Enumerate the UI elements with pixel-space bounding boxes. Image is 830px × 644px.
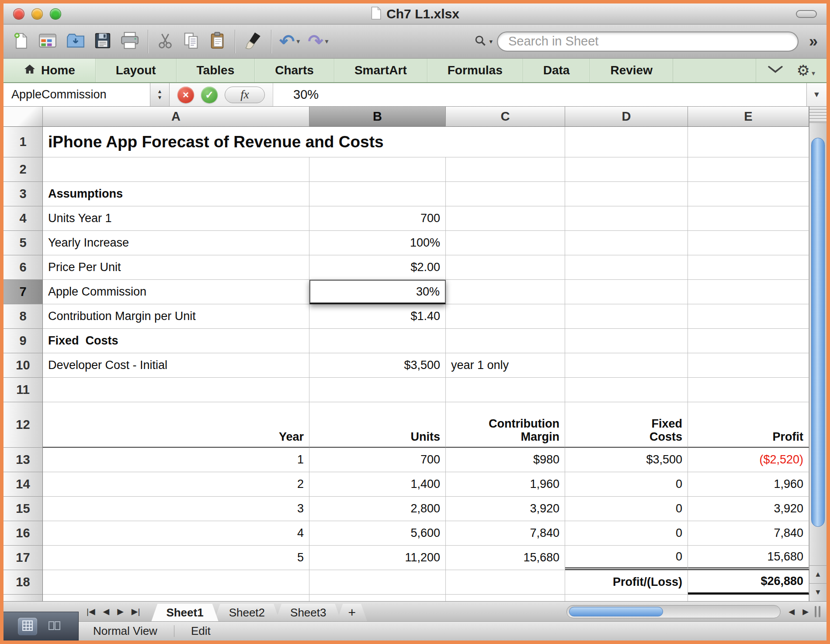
cell-a9[interactable]: Fixed Costs: [43, 329, 309, 353]
cell-e14[interactable]: 1,960: [688, 472, 809, 497]
cell[interactable]: [309, 570, 446, 595]
cell-b15[interactable]: 2,800: [309, 497, 446, 521]
cell-d14[interactable]: 0: [565, 472, 688, 497]
vertical-scroll-thumb[interactable]: [811, 138, 825, 527]
formula-input[interactable]: 30%: [273, 83, 806, 106]
cell-d12-header[interactable]: Fixed Costs: [565, 402, 688, 448]
row-header-9[interactable]: 9: [3, 329, 43, 353]
tab-formulas[interactable]: Formulas: [427, 59, 523, 82]
cell[interactable]: [446, 329, 565, 353]
tab-data[interactable]: Data: [523, 59, 590, 82]
name-box-stepper[interactable]: ▲ ▼: [150, 83, 170, 106]
cell[interactable]: [688, 304, 809, 329]
last-sheet-button[interactable]: ▶|: [132, 606, 140, 616]
cell-a12-header[interactable]: Year: [43, 402, 309, 448]
cell[interactable]: [309, 182, 446, 206]
cell-b7-editing[interactable]: 30%: [309, 280, 446, 304]
row-header-12[interactable]: 12: [3, 402, 43, 448]
cell-c16[interactable]: 7,840: [446, 521, 565, 546]
row-header-2[interactable]: 2: [3, 157, 43, 182]
scroll-up-button[interactable]: ▲: [809, 565, 827, 583]
minimize-button[interactable]: [31, 8, 43, 20]
cell-e18[interactable]: $26,880: [688, 570, 809, 595]
cell-c13[interactable]: $980: [446, 448, 565, 472]
cancel-entry-button[interactable]: ×: [177, 87, 194, 103]
tab-smartart[interactable]: SmartArt: [334, 59, 427, 82]
cell-c12-header[interactable]: Contribution Margin: [446, 402, 565, 448]
cell[interactable]: [565, 378, 688, 402]
cell[interactable]: [688, 255, 809, 280]
pane-splitter-handle[interactable]: [815, 606, 820, 617]
cell[interactable]: [565, 231, 688, 255]
row-header-7[interactable]: 7: [3, 280, 43, 304]
cell[interactable]: [565, 595, 688, 601]
paste-button[interactable]: [208, 31, 227, 52]
formula-bar-dropdown[interactable]: ▼: [806, 83, 827, 106]
cell[interactable]: [43, 378, 309, 402]
row-header-15[interactable]: 15: [3, 497, 43, 521]
row-header-19[interactable]: 19: [3, 595, 43, 601]
cell[interactable]: [43, 570, 309, 595]
cell[interactable]: [688, 595, 809, 601]
cell-e16[interactable]: 7,840: [688, 521, 809, 546]
cell[interactable]: [309, 378, 446, 402]
cell[interactable]: [565, 329, 688, 353]
cell-b16[interactable]: 5,600: [309, 521, 446, 546]
tab-review[interactable]: Review: [590, 59, 673, 82]
cell-c14[interactable]: 1,960: [446, 472, 565, 497]
scroll-down-button[interactable]: ▼: [809, 583, 827, 601]
save-button[interactable]: [94, 31, 112, 52]
cell[interactable]: [446, 255, 565, 280]
row-header-17[interactable]: 17: [3, 546, 43, 570]
row-header-8[interactable]: 8: [3, 304, 43, 329]
print-button[interactable]: [120, 31, 140, 52]
sheet-tab-sheet2[interactable]: Sheet2: [214, 604, 280, 621]
cell[interactable]: [446, 206, 565, 231]
cell[interactable]: [565, 157, 688, 182]
cell-a15[interactable]: 3: [43, 497, 309, 521]
cell-b8[interactable]: $1.40: [309, 304, 446, 329]
row-header-4[interactable]: 4: [3, 206, 43, 231]
vertical-scrollbar[interactable]: ▲ ▼: [809, 107, 827, 601]
cell-a13[interactable]: 1: [43, 448, 309, 472]
cell[interactable]: [565, 280, 688, 304]
cell[interactable]: [446, 595, 565, 601]
gallery-button[interactable]: [38, 31, 58, 52]
accept-entry-button[interactable]: ✓: [201, 87, 218, 103]
horizontal-scroll-thumb[interactable]: [569, 607, 663, 616]
row-header-14[interactable]: 14: [3, 472, 43, 497]
undo-button[interactable]: ↶▾: [279, 32, 300, 51]
cell-c17[interactable]: 15,680: [446, 546, 565, 570]
cell[interactable]: [309, 157, 446, 182]
insert-function-button[interactable]: fx: [225, 87, 265, 103]
redo-button[interactable]: ↷▾: [308, 32, 328, 51]
add-sheet-button[interactable]: +: [337, 604, 367, 621]
cell[interactable]: [446, 231, 565, 255]
cell[interactable]: [446, 304, 565, 329]
normal-view-button[interactable]: [18, 618, 37, 635]
cell[interactable]: [688, 378, 809, 402]
cell-b12-header[interactable]: Units: [309, 402, 446, 448]
split-handle[interactable]: [809, 107, 827, 123]
cell-e17[interactable]: 15,680: [688, 546, 809, 570]
row-header-1[interactable]: 1: [3, 127, 43, 157]
cell[interactable]: [446, 157, 565, 182]
cell[interactable]: [565, 206, 688, 231]
select-all-button[interactable]: [3, 107, 43, 127]
cell[interactable]: [446, 570, 565, 595]
zoom-button[interactable]: [50, 8, 61, 20]
copy-button[interactable]: [182, 31, 201, 52]
cell-d16[interactable]: 0: [565, 521, 688, 546]
cell-d17[interactable]: 0: [565, 546, 688, 570]
cell-c15[interactable]: 3,920: [446, 497, 565, 521]
format-painter-button[interactable]: [243, 31, 263, 52]
cell-a7[interactable]: Apple Commission: [43, 280, 309, 304]
cell-a10[interactable]: Developer Cost - Initial: [43, 353, 309, 378]
cell-b17[interactable]: 11,200: [309, 546, 446, 570]
cell[interactable]: [565, 255, 688, 280]
search-scope-button[interactable]: ▾: [474, 35, 493, 49]
cell-d15[interactable]: 0: [565, 497, 688, 521]
tab-charts[interactable]: Charts: [255, 59, 334, 82]
cell-c10[interactable]: year 1 only: [446, 353, 565, 378]
search-input[interactable]: Search in Sheet: [497, 31, 799, 52]
